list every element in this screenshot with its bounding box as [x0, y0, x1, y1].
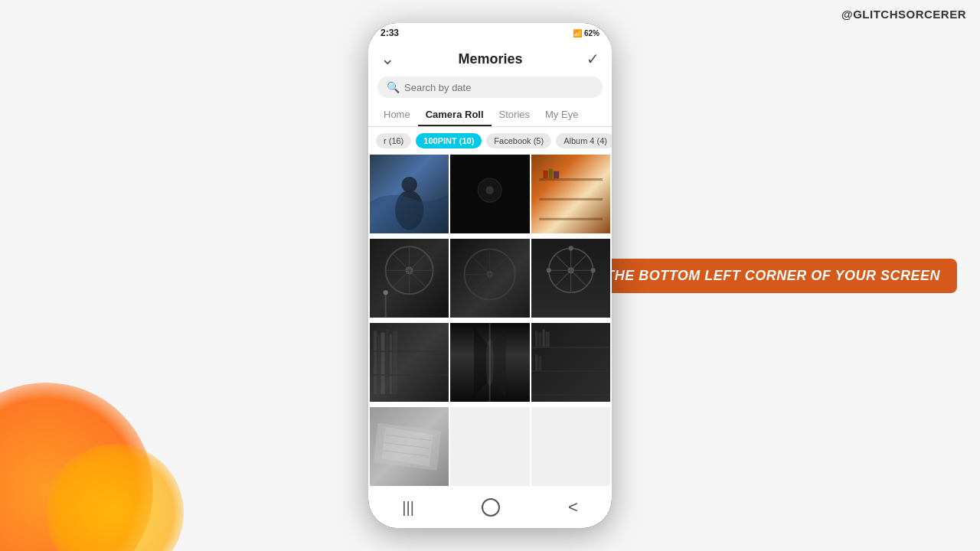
svg-rect-5 — [539, 198, 603, 201]
battery-icon: 📶 — [573, 29, 582, 37]
tab-home[interactable]: Home — [376, 104, 418, 126]
tab-bar: Home Camera Roll Stories My Eye — [368, 104, 612, 127]
nav-home-button[interactable] — [482, 498, 500, 517]
tab-stories[interactable]: Stories — [492, 104, 537, 126]
check-button[interactable]: ✓ — [586, 50, 599, 68]
status-time: 2:33 — [381, 28, 399, 38]
photo-man[interactable] — [370, 155, 449, 233]
phone-nav-bar: ||| < — [368, 490, 612, 528]
photo-empty-2 — [531, 407, 610, 486]
svg-point-30 — [568, 246, 573, 250]
photo-paper[interactable] — [370, 407, 449, 486]
photo-dark[interactable] — [450, 155, 529, 233]
search-icon: 🔍 — [387, 81, 400, 93]
app-header: ⌄ Memories ✓ — [368, 41, 612, 73]
chip-100pint[interactable]: 100PINT (10) — [416, 133, 482, 148]
back-button[interactable]: ⌄ — [381, 49, 394, 69]
status-icons: 📶 62% — [573, 29, 599, 37]
svg-rect-40 — [370, 374, 449, 376]
status-bar: 2:33 📶 62% — [368, 23, 612, 41]
photo-empty-1 — [450, 407, 529, 486]
svg-point-44 — [486, 339, 494, 386]
svg-rect-47 — [531, 394, 610, 396]
svg-rect-46 — [531, 370, 610, 372]
svg-rect-8 — [548, 169, 552, 178]
chip-album4[interactable]: Album 4 (4) — [556, 133, 612, 148]
photo-library1[interactable] — [370, 323, 449, 402]
photo-ferris2[interactable] — [450, 239, 529, 318]
svg-rect-9 — [554, 171, 559, 178]
svg-rect-4 — [539, 178, 603, 181]
signal-icon: 62% — [584, 29, 599, 37]
tab-my-eye[interactable]: My Eye — [537, 104, 586, 126]
svg-rect-51 — [545, 331, 549, 347]
photo-ferris3[interactable] — [531, 239, 610, 318]
svg-rect-35 — [381, 332, 384, 394]
svg-rect-52 — [535, 354, 537, 370]
filter-chips: r (16) 100PINT (10) Facebook (5) Album 4… — [368, 127, 612, 155]
photo-corridor[interactable] — [450, 323, 529, 402]
svg-rect-49 — [538, 332, 541, 347]
phone-frame: 2:33 📶 62% ⌄ Memories ✓ 🔍 Home Camera Ro… — [368, 23, 612, 528]
instruction-banner: AT THE BOTTOM LEFT CORNER OF YOUR SCREEN — [567, 259, 957, 293]
svg-rect-39 — [370, 350, 449, 352]
svg-point-17 — [384, 290, 388, 295]
watermark: @GLITCHSORCERER — [841, 8, 966, 21]
search-input[interactable] — [404, 82, 593, 93]
svg-rect-48 — [535, 331, 537, 347]
svg-rect-37 — [390, 334, 392, 394]
tab-camera-roll[interactable]: Camera Roll — [418, 104, 492, 126]
app-content: ⌄ Memories ✓ 🔍 Home Camera Roll Stories … — [368, 41, 612, 490]
svg-point-32 — [546, 268, 550, 272]
nav-back-button[interactable]: < — [568, 497, 578, 517]
svg-rect-7 — [543, 171, 547, 178]
svg-rect-38 — [393, 331, 397, 394]
svg-rect-45 — [531, 347, 610, 348]
photo-ferris1[interactable] — [370, 239, 449, 318]
svg-rect-33 — [374, 331, 377, 394]
chip-facebook[interactable]: Facebook (5) — [486, 133, 551, 148]
svg-rect-6 — [539, 218, 603, 220]
chip-r16[interactable]: r (16) — [376, 133, 411, 148]
svg-rect-34 — [377, 334, 380, 393]
photo-shelf[interactable] — [531, 155, 610, 233]
photo-grid — [368, 155, 612, 490]
nav-menu-button[interactable]: ||| — [402, 499, 414, 517]
svg-rect-50 — [542, 329, 544, 347]
svg-rect-36 — [386, 329, 389, 394]
search-bar[interactable]: 🔍 — [377, 77, 603, 98]
svg-point-1 — [401, 177, 417, 193]
svg-point-3 — [486, 186, 494, 194]
photo-library2[interactable] — [531, 323, 610, 402]
svg-point-31 — [590, 268, 595, 272]
app-title: Memories — [458, 51, 522, 67]
svg-rect-53 — [538, 356, 541, 370]
